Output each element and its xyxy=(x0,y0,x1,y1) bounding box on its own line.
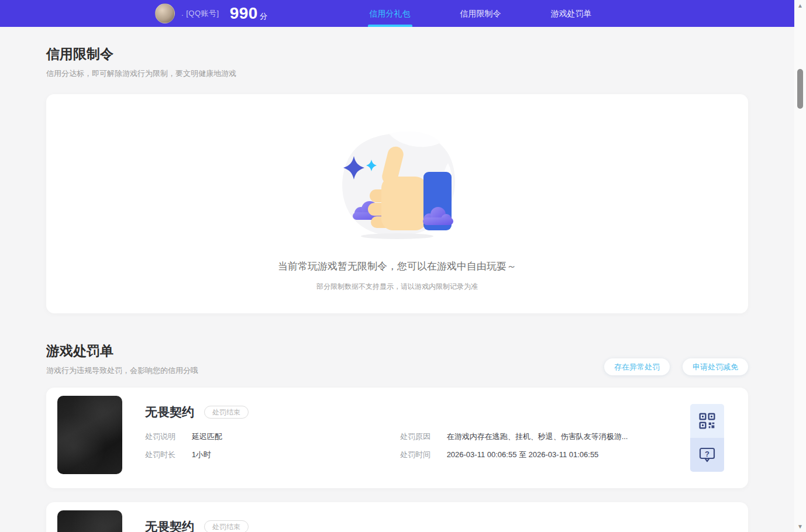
feedback-button[interactable]: ? xyxy=(690,438,724,472)
field-punish-time: 处罚时间 2026-03-11 00:06:55 至 2026-03-11 01… xyxy=(400,450,598,460)
tab-credit-gift[interactable]: 信用分礼包 xyxy=(345,0,435,27)
punishment-section: 游戏处罚单 游戏行为违规导致处罚，会影响您的信用分哦 存在异常处罚 申请处罚减免… xyxy=(46,342,748,532)
avatar xyxy=(155,4,175,23)
scroll-down-arrow[interactable]: ▼ xyxy=(794,523,806,530)
account-summary: . [QQ账号] 990 分 xyxy=(155,0,267,27)
apply-reduction-button[interactable]: 申请处罚减免 xyxy=(683,358,748,375)
page: . [QQ账号] 990 分 信用分礼包 信用限制令 游戏处罚单 xyxy=(0,0,806,532)
field-value: 在游戏内存在逃跑、挂机、秒退、伤害队友等消极游... xyxy=(447,432,628,441)
thumbs-up-illustration xyxy=(333,127,461,241)
main-content: 信用限制令 信用分达标，即可解除游戏行为限制，要文明健康地游戏 xyxy=(0,27,794,532)
field-label: 处罚原因 xyxy=(400,431,445,442)
restriction-subtitle: 信用分达标，即可解除游戏行为限制，要文明健康地游戏 xyxy=(46,68,748,79)
tab-label: 游戏处罚单 xyxy=(551,9,592,18)
account-label: . [QQ账号] xyxy=(181,8,219,19)
scroll-up-arrow[interactable]: ▲ xyxy=(794,2,806,9)
topbar-tabs: 信用分礼包 信用限制令 游戏处罚单 xyxy=(345,0,616,27)
field-label: 处罚时长 xyxy=(145,450,190,460)
tab-game-punishment[interactable]: 游戏处罚单 xyxy=(526,0,616,27)
topbar-inner: . [QQ账号] 990 分 信用分礼包 信用限制令 游戏处罚单 xyxy=(46,0,748,27)
credit-score-value: 990 xyxy=(230,4,258,23)
punishment-subtitle: 游戏行为违规导致处罚，会影响您的信用分哦 xyxy=(46,365,198,376)
status-badge: 处罚结束 xyxy=(204,406,249,419)
tab-label: 信用限制令 xyxy=(460,9,501,18)
abnormal-punishment-button[interactable]: 存在异常处罚 xyxy=(604,358,670,375)
empty-state-note: 部分限制数据不支持显示，请以游戏内限制记录为准 xyxy=(46,282,748,292)
tab-credit-restriction[interactable]: 信用限制令 xyxy=(435,0,526,27)
scrollbar-thumb[interactable] xyxy=(797,69,803,109)
restriction-title: 信用限制令 xyxy=(46,45,748,63)
game-title: 无畏契约 xyxy=(145,519,194,532)
field-value: 1小时 xyxy=(192,450,211,459)
empty-state-message: 当前常玩游戏暂无限制令，您可以在游戏中自由玩耍～ xyxy=(46,260,748,273)
game-thumbnail xyxy=(57,396,122,474)
restriction-section: 信用限制令 信用分达标，即可解除游戏行为限制，要文明健康地游戏 xyxy=(46,27,748,313)
topbar: . [QQ账号] 990 分 信用分礼包 信用限制令 游戏处罚单 xyxy=(0,0,794,27)
status-badge: 处罚结束 xyxy=(204,520,249,532)
active-tab-underline xyxy=(368,25,412,27)
qr-code-button[interactable] xyxy=(690,404,724,438)
field-punish-reason: 处罚原因 在游戏内存在逃跑、挂机、秒退、伤害队友等消极游... xyxy=(400,431,628,442)
field-label: 处罚时间 xyxy=(400,450,445,460)
punishment-header: 游戏处罚单 游戏行为违规导致处罚，会影响您的信用分哦 xyxy=(46,342,198,376)
punishment-card: 无畏契约 处罚结束 处罚说明 延迟匹配 处罚原因 在游戏内存在逃跑、挂机、秒退、… xyxy=(46,388,748,488)
credit-score-unit: 分 xyxy=(260,11,267,22)
field-value: 2026-03-11 00:06:55 至 2026-03-11 01:06:5… xyxy=(447,450,599,459)
punishment-title: 游戏处罚单 xyxy=(46,342,198,360)
qr-code-icon xyxy=(698,412,716,430)
scrollbar[interactable]: ▲ ▼ xyxy=(794,0,806,532)
field-label: 处罚说明 xyxy=(145,431,190,442)
card-tools: ? xyxy=(690,404,724,472)
question-bubble-icon: ? xyxy=(698,446,716,464)
credit-score: 990 分 xyxy=(230,4,267,23)
restriction-header: 信用限制令 信用分达标，即可解除游戏行为限制，要文明健康地游戏 xyxy=(46,45,748,79)
game-thumbnail xyxy=(57,510,122,532)
tab-label: 信用分礼包 xyxy=(370,9,411,18)
svg-text:?: ? xyxy=(705,450,709,458)
game-title: 无畏契约 xyxy=(145,404,194,420)
restriction-empty-panel: 当前常玩游戏暂无限制令，您可以在游戏中自由玩耍～ 部分限制数据不支持显示，请以游… xyxy=(46,94,748,313)
punishment-actions: 存在异常处罚 申请处罚减免 xyxy=(604,358,748,375)
field-value: 延迟匹配 xyxy=(192,432,222,441)
punishment-card: 无畏契约 处罚结束 xyxy=(46,502,748,532)
field-punish-duration: 处罚时长 1小时 xyxy=(145,450,211,460)
field-punish-desc: 处罚说明 延迟匹配 xyxy=(145,431,222,442)
